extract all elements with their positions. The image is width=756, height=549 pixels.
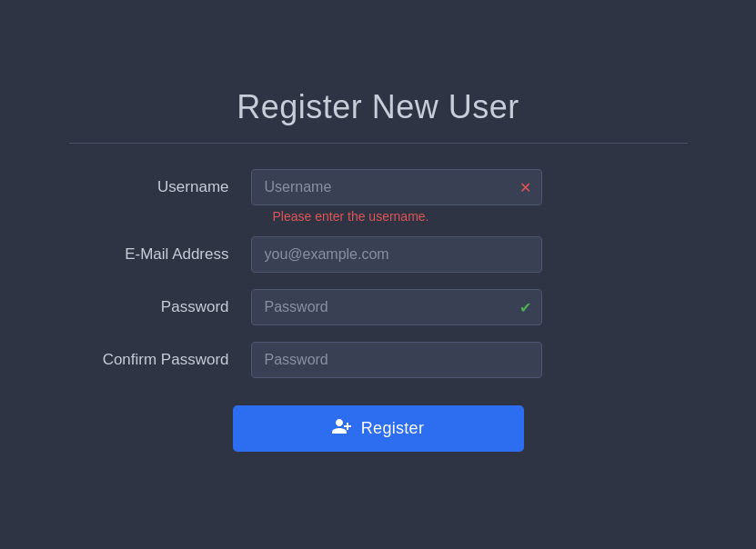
username-error-row: Please enter the username. xyxy=(251,209,688,224)
password-input-wrapper: ✔ xyxy=(251,289,542,325)
title-divider xyxy=(69,143,688,144)
username-error-message: Please enter the username. xyxy=(273,209,429,224)
password-row: Password ✔ xyxy=(69,289,688,325)
username-row: Username ✕ xyxy=(69,169,688,205)
confirm-password-label: Confirm Password xyxy=(69,351,251,369)
email-input[interactable] xyxy=(251,236,542,273)
page-title: Register New User xyxy=(69,88,688,126)
password-input[interactable] xyxy=(251,289,542,325)
confirm-password-row: Confirm Password xyxy=(69,342,688,378)
email-input-wrapper xyxy=(251,236,542,273)
register-form: Register New User Username ✕ Please ente… xyxy=(33,61,724,488)
register-button[interactable]: Register xyxy=(233,405,524,452)
register-icon xyxy=(332,418,352,439)
button-row: Register xyxy=(69,405,688,452)
register-button-label: Register xyxy=(361,419,424,438)
email-row: E-Mail Address xyxy=(69,236,688,273)
confirm-password-input-wrapper xyxy=(251,342,542,378)
username-input-wrapper: ✕ xyxy=(251,169,542,205)
password-label: Password xyxy=(69,298,251,316)
confirm-password-input[interactable] xyxy=(251,342,542,378)
username-label: Username xyxy=(69,178,251,196)
email-label: E-Mail Address xyxy=(69,245,251,264)
username-input[interactable] xyxy=(251,169,542,205)
